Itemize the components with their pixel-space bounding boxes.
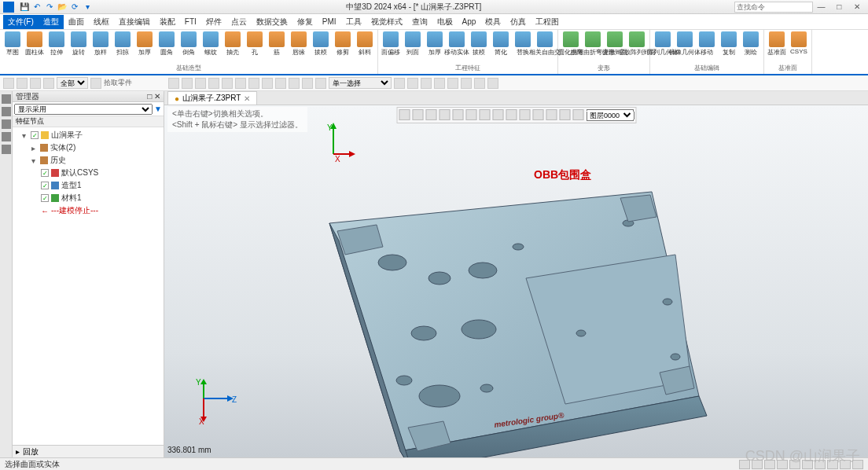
- vt-icon[interactable]: [572, 109, 583, 120]
- ribbon-btn[interactable]: 到面: [403, 31, 423, 57]
- tree-node[interactable]: ▾✓山涧果子: [16, 129, 160, 141]
- vt-icon[interactable]: [425, 109, 436, 120]
- ribbon-btn[interactable]: 相关自由交: [535, 31, 555, 57]
- sidebar-btn[interactable]: [2, 107, 11, 116]
- ribbon-btn[interactable]: 移动: [697, 31, 717, 57]
- sidebar-btn[interactable]: [2, 145, 11, 154]
- menu-item-14[interactable]: 电极: [432, 15, 458, 29]
- menu-item-1[interactable]: 曲面: [64, 15, 89, 29]
- menu-item-9[interactable]: 修复: [292, 15, 318, 29]
- vt-icon[interactable]: [452, 109, 463, 120]
- ribbon-btn[interactable]: 拔模: [311, 31, 331, 57]
- vt-icon[interactable]: [532, 109, 543, 120]
- playback-expand-icon[interactable]: ▸: [16, 447, 20, 456]
- display-mode-select[interactable]: 显示采用: [14, 104, 153, 115]
- tree-node[interactable]: ✓默认CSYS: [16, 167, 160, 179]
- ribbon-btn[interactable]: 唇缘: [289, 31, 309, 57]
- ribbon-btn[interactable]: 筋: [267, 31, 287, 57]
- tb-icon[interactable]: [235, 78, 246, 89]
- vt-icon[interactable]: [412, 109, 423, 120]
- tb-icon[interactable]: [3, 78, 14, 89]
- ribbon-btn[interactable]: 拉伸: [46, 31, 67, 57]
- menu-item-7[interactable]: 点云: [226, 15, 252, 29]
- document-tab[interactable]: ●山涧果子.Z3PRT✕: [167, 91, 257, 105]
- tb-icon[interactable]: [262, 78, 273, 89]
- tree-node[interactable]: ▾历史: [16, 154, 160, 167]
- ribbon-btn[interactable]: 放样: [90, 31, 111, 57]
- ribbon-btn[interactable]: 抽壳: [223, 31, 243, 57]
- ribbon-btn[interactable]: 移动实体: [447, 31, 467, 57]
- ribbon-btn[interactable]: 缩放阵列到面: [627, 31, 647, 57]
- vt-icon[interactable]: [439, 109, 450, 120]
- menu-item-11[interactable]: 工具: [341, 15, 366, 29]
- tree-node[interactable]: ▸实体(2): [16, 141, 160, 154]
- vt-icon[interactable]: [465, 109, 476, 120]
- ribbon-btn[interactable]: 倒角: [178, 31, 199, 57]
- vt-icon[interactable]: [399, 109, 410, 120]
- menu-item-10[interactable]: PMI: [318, 16, 341, 28]
- ribbon-btn[interactable]: 简化: [491, 31, 511, 57]
- menu-item-13[interactable]: 查询: [407, 15, 432, 29]
- ribbon-btn[interactable]: 面偏移: [381, 31, 401, 57]
- ribbon-btn[interactable]: CSYS: [789, 31, 809, 55]
- menu-item-2[interactable]: 线框: [89, 15, 114, 29]
- ribbon-btn[interactable]: 斜料: [355, 31, 375, 57]
- qat-refresh-icon[interactable]: ⟳: [69, 2, 80, 13]
- ribbon-btn[interactable]: 扫掠: [112, 31, 133, 57]
- tb-icon[interactable]: [30, 78, 41, 89]
- vt-icon[interactable]: [546, 109, 557, 120]
- ribbon-btn[interactable]: 加厚: [134, 31, 155, 57]
- ribbon-btn[interactable]: 测绘: [741, 31, 761, 57]
- vt-icon[interactable]: [479, 109, 490, 120]
- menu-item-16[interactable]: 模具: [480, 15, 506, 29]
- tb-icon[interactable]: [248, 78, 259, 89]
- command-search-input[interactable]: [734, 2, 813, 13]
- tb-icon[interactable]: [474, 78, 485, 89]
- menu-item-12[interactable]: 视觉样式: [366, 15, 407, 29]
- ribbon-btn[interactable]: 修剪: [333, 31, 353, 57]
- tb-icon[interactable]: [315, 78, 326, 89]
- select-mode[interactable]: 单一选择: [329, 77, 392, 89]
- menu-item-8[interactable]: 数据交换: [252, 15, 292, 29]
- qat-redo-icon[interactable]: ↷: [44, 2, 55, 13]
- panel-close-icon[interactable]: □ ✕: [147, 92, 160, 101]
- tree-node[interactable]: ✓造型1: [16, 179, 160, 192]
- tb-icon[interactable]: [302, 78, 313, 89]
- vt-icon[interactable]: [559, 109, 570, 120]
- menu-item-3[interactable]: 直接编辑: [114, 15, 155, 29]
- qat-undo-icon[interactable]: ↶: [31, 2, 42, 13]
- ribbon-btn[interactable]: 圆柱体: [24, 31, 45, 57]
- tb-icon[interactable]: [394, 78, 405, 89]
- vt-icon[interactable]: [519, 109, 530, 120]
- ribbon-btn[interactable]: 拔模: [469, 31, 489, 57]
- ribbon-btn[interactable]: 加厚: [425, 31, 445, 57]
- tb-icon[interactable]: [182, 78, 193, 89]
- tb-icon[interactable]: [447, 78, 458, 89]
- ribbon-btn[interactable]: 基准面: [767, 31, 787, 57]
- tab-close-icon[interactable]: ✕: [244, 94, 250, 103]
- tb-icon[interactable]: [289, 78, 300, 89]
- ribbon-btn[interactable]: 旋转: [68, 31, 89, 57]
- filter-icon[interactable]: ▼: [154, 105, 162, 113]
- ribbon-btn[interactable]: 圆角: [156, 31, 177, 57]
- minimize-icon[interactable]: —: [813, 2, 829, 11]
- tb-icon[interactable]: [195, 78, 206, 89]
- menu-item-17[interactable]: 仿真: [506, 15, 531, 29]
- filter-all-select[interactable]: 全部: [57, 77, 88, 89]
- tb-icon[interactable]: [407, 78, 418, 89]
- vt-icon[interactable]: [506, 109, 517, 120]
- menu-item-5[interactable]: FTI: [180, 16, 201, 28]
- menu-item-15[interactable]: App: [458, 16, 481, 28]
- tb-icon[interactable]: [275, 78, 286, 89]
- menu-file[interactable]: 文件(F): [3, 15, 39, 29]
- tb-icon[interactable]: [421, 78, 432, 89]
- qat-save-icon[interactable]: 💾: [19, 2, 30, 13]
- sidebar-btn[interactable]: [2, 94, 11, 104]
- tb-icon[interactable]: [487, 78, 498, 89]
- tb-icon[interactable]: [434, 78, 445, 89]
- tb-icon[interactable]: [208, 78, 219, 89]
- maximize-icon[interactable]: □: [831, 2, 847, 11]
- qat-more-icon[interactable]: ▾: [82, 2, 93, 13]
- sidebar-btn[interactable]: [2, 132, 11, 141]
- vt-icon[interactable]: [492, 109, 503, 120]
